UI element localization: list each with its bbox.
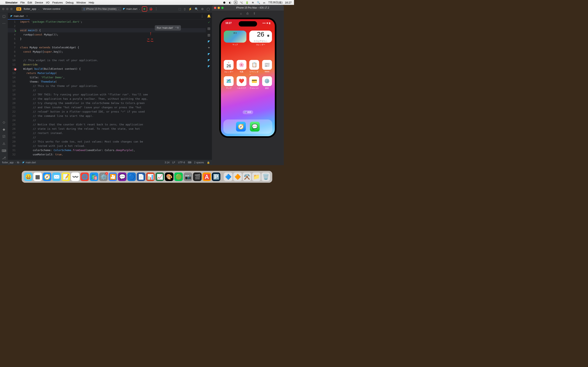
menu-features[interactable]: Features — [52, 1, 63, 4]
dock-app-icon[interactable]: 🎬 — [193, 173, 202, 181]
dock-app-icon[interactable]: 🗑️ — [261, 173, 270, 181]
dock-app-icon[interactable]: 😀 — [24, 173, 33, 181]
flutter-outline-icon[interactable]: ◤ — [208, 40, 210, 43]
dock-app-icon[interactable]: 🅿️ — [212, 173, 221, 181]
editor-tab[interactable]: ◤ main.dart × — [8, 13, 30, 20]
flutter-inspector-icon[interactable]: ◤ — [208, 58, 210, 62]
spotlight-icon[interactable]: 🔍 — [257, 1, 260, 4]
dock-app-icon[interactable]: 📝 — [62, 173, 70, 181]
more-tool-icon[interactable]: ⋯ — [2, 21, 6, 25]
menu-window[interactable]: Window — [76, 1, 86, 4]
device-manager-icon[interactable]: ▯ — [184, 7, 186, 11]
breadcrumb-file[interactable]: main.dart — [26, 161, 36, 164]
debug-icon[interactable]: 🐞 — [149, 7, 153, 11]
maps-widget[interactable]: 東京 — [224, 31, 246, 43]
problems-icon[interactable]: ⚠ — [2, 142, 5, 146]
more-icon[interactable]: ⋮ — [155, 7, 158, 11]
run-button[interactable] — [142, 6, 147, 12]
menu-io[interactable]: I/O — [46, 1, 49, 4]
inspector-icon[interactable]: ▤ — [208, 27, 210, 30]
settings-icon[interactable]: ⚙ — [201, 7, 204, 11]
flutter-devtools-icon[interactable]: ◤ — [208, 65, 210, 68]
bug-icon[interactable]: ⬚ — [178, 7, 181, 11]
dock-app-icon[interactable]: ⚒️ — [243, 173, 251, 181]
dock-app-icon[interactable]: 🅰️ — [203, 173, 211, 181]
safari-app-icon[interactable]: 🧭 — [236, 122, 246, 132]
screenshot-icon[interactable]: ⎙ — [247, 12, 248, 15]
app-icon[interactable]: 📋リマインダー — [249, 60, 259, 76]
structure-icon[interactable]: ◇ — [3, 120, 5, 124]
todo-icon[interactable]: ☑ — [2, 134, 5, 138]
calendar-widget[interactable]: 26 金曜日 今日は予定なし — [249, 31, 272, 43]
readonly-icon[interactable]: ⌨ — [188, 161, 191, 164]
dock-app-icon[interactable]: ▦ — [34, 173, 42, 181]
code-editor[interactable]: 123▶456789101112🎯13141516171819202122232… — [8, 20, 206, 160]
dock-app-icon[interactable]: 📷 — [184, 173, 192, 181]
lock-icon[interactable]: 🔒 — [207, 161, 210, 164]
spotlight-search-pill[interactable]: 🔍 検索 — [242, 110, 253, 114]
dock-app-icon[interactable]: 🎦 — [109, 173, 117, 181]
control-center-icon[interactable]: ⚎ — [263, 1, 266, 4]
app-icon[interactable]: 🌸写真 — [237, 60, 247, 76]
project-name[interactable]: flutter_app — [24, 7, 36, 10]
indent[interactable]: 2 spaces — [194, 161, 204, 164]
bolt-icon[interactable]: ⚡ — [189, 7, 192, 11]
share-icon[interactable]: ⇪ — [253, 12, 256, 15]
dock-app-icon[interactable]: 📄 — [137, 173, 145, 181]
dock-app-icon[interactable]: 🔵 — [127, 173, 136, 181]
tab-close-icon[interactable]: × — [26, 15, 28, 17]
app-icon[interactable]: 金26カレンダー — [224, 60, 234, 76]
bluetooth-icon[interactable]: ⌥ — [240, 1, 243, 4]
dock-app-icon[interactable]: 🛍️ — [90, 173, 98, 181]
dock-app-icon[interactable]: 💬 — [118, 173, 127, 181]
analysis-ok-icon[interactable]: ✓ — [208, 21, 210, 24]
chevron-down-icon[interactable]: ⌄ — [62, 8, 64, 10]
flutter-perf-icon[interactable]: ◤ — [208, 52, 210, 56]
ide-traffic-lights[interactable] — [2, 8, 13, 10]
emulator-icon[interactable]: ▥ — [208, 33, 210, 37]
app-icon[interactable]: 📰News — [262, 60, 272, 76]
breadcrumb-folder[interactable]: lib — [17, 161, 19, 164]
device-selector[interactable]: ▯ iPhone 15 Pro Max (mobile) ⌄ — [81, 7, 121, 11]
ai-icon[interactable]: ✦ — [208, 46, 210, 50]
dock-app-icon[interactable]: 〰️ — [71, 173, 80, 181]
encoding[interactable]: UTF-8 — [178, 161, 185, 164]
dock-app-icon[interactable]: 🎨 — [165, 173, 173, 181]
bookmarks-icon[interactable]: ◆ — [3, 127, 5, 131]
dock-app-icon[interactable]: ⚙️2 — [99, 173, 108, 181]
dock-app-icon[interactable]: 🔷 — [224, 173, 233, 181]
cursor-position[interactable]: 3:14 — [165, 161, 169, 164]
input-source-icon[interactable]: A — [234, 1, 237, 4]
iphone-screen[interactable]: 16:27 •••• ≋ ▮ 東京 マップ 26 金曜日 — [221, 19, 275, 136]
dock-app-icon[interactable]: 📊 — [146, 173, 155, 181]
dock-app-icon[interactable]: 📁 — [252, 173, 261, 181]
version-control-dropdown[interactable]: Version control — [43, 7, 61, 10]
tab-more-icon[interactable]: ⋮ — [200, 14, 204, 18]
home-icon[interactable]: ⌂ — [240, 12, 242, 15]
dock-app-icon[interactable]: ✉️ — [52, 173, 61, 181]
dock-app-icon[interactable]: 🔶 — [233, 173, 242, 181]
menu-help[interactable]: Help — [89, 1, 94, 4]
app-icon[interactable]: 🗺️マップ — [224, 76, 234, 90]
messages-app-icon[interactable]: 💬 — [250, 122, 260, 132]
run-config-selector[interactable]: ◤ main.dart ⌄ — [123, 7, 140, 10]
menubar-extra-icon-1[interactable]: ⬢ — [223, 1, 226, 4]
profile-icon[interactable]: ◯ — [207, 7, 210, 11]
dock-app-icon[interactable]: 🌐 — [80, 173, 89, 181]
menubar-time[interactable]: 16:27 — [285, 1, 292, 4]
wifi-icon[interactable]: ≋ — [251, 1, 254, 4]
menu-edit[interactable]: Edit — [27, 1, 32, 4]
menu-file[interactable]: File — [20, 1, 25, 4]
menu-device[interactable]: Device — [35, 1, 43, 4]
menubar-app-name[interactable]: Simulator — [5, 1, 17, 4]
menubar-date[interactable]: 7月26日(金) — [268, 1, 282, 4]
app-icon[interactable]: 💳ウォレット — [249, 76, 259, 90]
battery-icon[interactable]: 🔋 — [245, 1, 249, 4]
menubar-extra-icon-2[interactable]: ◐ — [228, 1, 232, 4]
line-ending[interactable]: LF — [172, 161, 175, 164]
app-icon[interactable]: ❤️ヘルスケア — [237, 76, 247, 90]
dock-app-icon[interactable]: 📈 — [156, 173, 164, 181]
chevron-down-icon[interactable]: ⌄ — [38, 8, 40, 10]
notifications-icon[interactable]: 🔔 — [207, 14, 211, 18]
dock-app-icon[interactable]: 🟢 — [174, 173, 183, 181]
